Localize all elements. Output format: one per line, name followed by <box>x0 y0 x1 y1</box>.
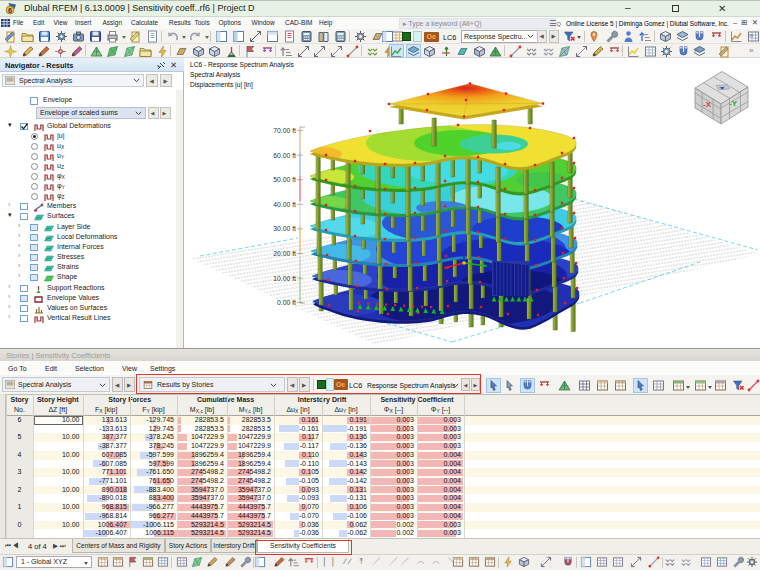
svg-text:6: 6 <box>8 7 12 14</box>
svg-text:-X: -X <box>703 100 712 109</box>
svg-text:10.00 ft: 10.00 ft <box>273 275 296 282</box>
svg-text:Displacements |u| [in]: Displacements |u| [in] <box>190 81 253 89</box>
svg-text:30.00 ft: 30.00 ft <box>273 225 296 232</box>
svg-text:50.00 ft: 50.00 ft <box>273 176 296 183</box>
svg-text:-Y: -Y <box>729 99 738 108</box>
svg-text:40.00 ft: 40.00 ft <box>273 201 296 208</box>
svg-text:Spectral Analysis: Spectral Analysis <box>190 71 241 79</box>
svg-text:70.00 ft: 70.00 ft <box>273 127 296 134</box>
svg-text:60.00 ft: 60.00 ft <box>273 152 296 159</box>
svg-text:LC6 - Response Spectrum Analys: LC6 - Response Spectrum Analysis <box>190 61 294 69</box>
svg-text:20.00 ft: 20.00 ft <box>273 250 296 257</box>
svg-text:0.00 ft: 0.00 ft <box>277 299 296 306</box>
